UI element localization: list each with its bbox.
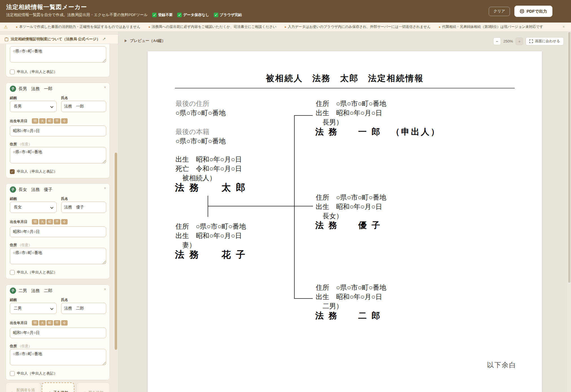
name-input[interactable] xyxy=(61,101,106,112)
notice-bar: ⚠ ▸本ツールで作成した書面の法的効力・正確性を保証するものではありません ▸法… xyxy=(0,23,571,32)
app-root: 法定相続情報一覧図メーカー 法定相続情報一覧図を自分で作成。法務局提出用・エクセ… xyxy=(0,0,571,392)
relation-select-value: 長女 xyxy=(14,205,22,210)
check-icon: ✓ xyxy=(214,13,218,17)
era-chip-showa[interactable]: 昭 xyxy=(46,118,53,124)
birthdate-input[interactable] xyxy=(10,328,106,338)
spouse-address: 住所 ○県○市○町○番地 xyxy=(175,222,246,231)
child1-name: 法 務 一 郎 （申出人） xyxy=(315,126,441,138)
resize-grip-icon[interactable] xyxy=(103,160,106,163)
birthdate-input[interactable] xyxy=(10,226,106,237)
tree-line-couple-horizontal xyxy=(208,206,313,206)
era-chip-heisei[interactable]: 平 xyxy=(54,219,60,224)
pdf-export-button[interactable]: PDFで出力 xyxy=(514,6,552,17)
relation-label: 続柄 xyxy=(10,96,17,101)
warning-icon: ⚠ xyxy=(4,24,8,30)
applicant-checkbox[interactable]: ✓ xyxy=(10,169,15,174)
notice-item: ▸入力データはお使いのブラウザ内にのみ保存され、外部サーバーには一切送信されませ… xyxy=(285,24,431,29)
name-input[interactable] xyxy=(61,303,106,314)
person-card-chojo: 子 長女 法務 優子 × 続柄 氏名 長女 出生年月日 明 大 昭 平 令 住所… xyxy=(6,183,110,279)
child-badge: 子 xyxy=(10,186,16,193)
resize-grip-icon[interactable] xyxy=(103,362,106,365)
chevron-down-icon xyxy=(50,206,53,209)
address-textarea[interactable]: ○県○市○町○番地 xyxy=(10,46,106,63)
applicant-checkbox[interactable]: ✓ xyxy=(10,371,15,376)
chevron-down-icon xyxy=(50,105,53,108)
birthdate-input[interactable] xyxy=(10,126,106,136)
resize-grip-icon[interactable] xyxy=(103,59,106,62)
zoom-out-button[interactable]: − xyxy=(493,37,501,45)
check-icon: ✓ xyxy=(152,13,157,17)
address-label: 住所 （任意） xyxy=(10,142,32,147)
notice-close-icon[interactable]: × xyxy=(563,24,565,29)
official-info-link[interactable]: 法定相続情報証明制度について（法務局 公式ページ） ↗ xyxy=(0,34,118,44)
era-chip-reiwa[interactable]: 令 xyxy=(61,118,68,124)
applicant-checkbox-row: ✓ 申出人（申出人と表記） xyxy=(10,371,57,376)
relation-select[interactable]: 長女 xyxy=(10,202,57,213)
resize-grip-icon[interactable] xyxy=(103,261,106,264)
check-icon: ✓ xyxy=(177,13,182,17)
era-chips: 明 大 昭 平 令 xyxy=(32,219,68,224)
relation-label: 続柄 xyxy=(10,298,17,302)
relation-select[interactable]: 長男 xyxy=(10,101,57,112)
last-address-value: ○県○市○町○番地 xyxy=(175,108,226,117)
optional-label: （任意） xyxy=(18,344,32,348)
badge-label: データ保存なし xyxy=(183,12,209,17)
tree-line-children-trunk xyxy=(294,115,295,299)
address-textarea[interactable]: ○県○市○町○番地 xyxy=(10,248,106,264)
applicant-checkbox[interactable]: ✓ xyxy=(10,270,15,275)
external-link-icon: ↗ xyxy=(102,37,106,42)
card-close-icon[interactable]: × xyxy=(104,186,106,190)
chevron-down-icon xyxy=(50,307,53,310)
window-scrollbar-thumb[interactable] xyxy=(568,32,570,283)
address-textarea[interactable]: ○県○市○町○番地 xyxy=(10,349,106,365)
add-child-button[interactable]: ＋子を追加 xyxy=(42,382,74,392)
fit-screen-button[interactable]: 画面に合わせる xyxy=(526,37,564,45)
card-close-icon[interactable]: × xyxy=(104,287,106,291)
era-chip-heisei[interactable]: 平 xyxy=(54,118,60,124)
decedent-death: 死亡 令和○年○月○日 xyxy=(175,164,242,173)
relation-select[interactable]: 二男 xyxy=(10,303,57,314)
notice-text: 本ツールで作成した書面の法的効力・正確性を保証するものではありません xyxy=(19,24,140,29)
add-parent-label: 親を追加 xyxy=(88,390,103,392)
era-chip-reiwa[interactable]: 令 xyxy=(61,320,68,326)
relation-select-value: 二男 xyxy=(14,306,22,311)
child2-role: 長女） xyxy=(323,211,343,220)
era-chip-heisei[interactable]: 平 xyxy=(54,320,60,326)
card-close-icon[interactable]: × xyxy=(104,85,106,90)
tree-line-child1-stub xyxy=(294,115,313,116)
last-domicile-label: 最後の本籍 xyxy=(175,127,210,136)
app-header: 法定相続情報一覧図メーカー 法定相続情報一覧図を自分で作成。法務局提出用・エクセ… xyxy=(0,0,571,23)
era-chip-meiji[interactable]: 明 xyxy=(32,320,38,326)
notice-text: 代襲相続・兄弟姉妹相続（第3順位）は現バージョン未対応です xyxy=(442,24,543,29)
applicant-checkbox-label: 申出人（申出人と表記） xyxy=(17,270,57,275)
era-chip-reiwa[interactable]: 令 xyxy=(61,219,68,224)
tree-line-child3-stub xyxy=(294,298,313,299)
era-chip-showa[interactable]: 昭 xyxy=(46,219,53,224)
address-textarea[interactable]: ○県○市○町○番地 xyxy=(10,147,106,163)
preview-toggle[interactable]: ▶ プレビュー（A4縦） xyxy=(124,38,166,43)
clear-button[interactable]: クリア xyxy=(489,7,510,16)
era-chip-taisho[interactable]: 大 xyxy=(39,219,46,224)
address-label-text: 住所 xyxy=(10,344,17,348)
sidebar-scrollbar-thumb[interactable] xyxy=(115,153,117,350)
child1-address: 住所 ○県○市○町○番地 xyxy=(316,99,386,108)
official-info-link-label: 法定相続情報証明制度について（法務局 公式ページ） xyxy=(11,37,100,42)
era-chip-showa[interactable]: 昭 xyxy=(46,320,53,326)
plus-icon: ＋ xyxy=(48,390,52,392)
era-chip-meiji[interactable]: 明 xyxy=(32,118,38,124)
era-chip-taisho[interactable]: 大 xyxy=(39,320,46,326)
applicant-checkbox-label: 申出人（申出人と表記） xyxy=(17,169,57,174)
era-chips: 明 大 昭 平 令 xyxy=(32,118,68,124)
person-card-header: 子 長男 法務 一郎 xyxy=(10,86,52,92)
spouse-birth: 出生 昭和○年○月○日 xyxy=(175,231,242,240)
applicant-checkbox[interactable]: ✓ xyxy=(10,70,15,74)
name-input[interactable] xyxy=(61,202,106,213)
person-card-title: 長男 法務 一郎 xyxy=(19,86,52,92)
child3-address: 住所 ○県○市○町○番地 xyxy=(316,283,386,292)
add-spouse-label: 配偶者を追加 xyxy=(16,388,36,392)
era-chip-meiji[interactable]: 明 xyxy=(32,219,38,224)
preview-pane: ▶ プレビュー（A4縦） − 250% + 画面に合わせる 被相続人 法務 太郎… xyxy=(119,32,571,392)
era-chip-taisho[interactable]: 大 xyxy=(39,118,46,124)
plus-icon: ＋ xyxy=(83,390,87,392)
badge-label: ブラウザ完結 xyxy=(220,12,242,17)
